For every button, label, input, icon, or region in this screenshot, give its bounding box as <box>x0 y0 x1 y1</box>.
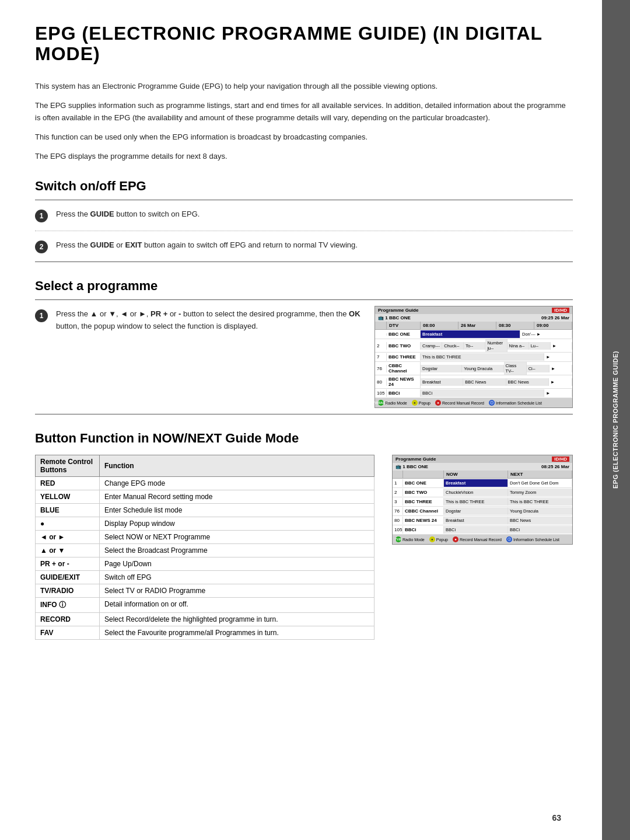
select-programme-title: Select a programme <box>35 278 573 294</box>
epg-row-bbcnews24: 80 BBC NEWS 24 Breakfast BBC News BBC Ne… <box>375 375 572 389</box>
red-btn-icon: ● <box>435 400 441 406</box>
table-cell-button: ● <box>36 517 100 531</box>
epg-prog-bbctwo-6: Lu-- <box>529 342 551 350</box>
function-table-wrapper: Remote Control Buttons Function REDChang… <box>35 455 374 640</box>
epg-hdr-num <box>375 322 387 329</box>
epg-hdr-t2: 26 Mar <box>459 322 496 329</box>
epg2-yellow-btn: ● <box>429 536 435 542</box>
epg-prog-cbbc-1: Dogstar <box>421 365 462 372</box>
switch-epg-step1-text: Press the GUIDE button to switch on EPG. <box>56 208 200 221</box>
epg2-name-bbctwo: BBC TWO <box>403 489 444 496</box>
table-row: REDChange EPG mode <box>36 477 374 490</box>
epg-hdr-t1: 08:00 <box>421 322 459 329</box>
epg-name-bbctwo: BBC TWO <box>387 342 421 350</box>
epg-btn-popup-label: Popup <box>419 401 430 405</box>
epg-prog-news-3: BBC News <box>506 378 549 386</box>
epg2-btn-tvradio-label: Radio Mode <box>402 538 425 542</box>
btn-function-section: Remote Control Buttons Function REDChang… <box>35 455 573 640</box>
epg-btn-info-label: Information Schedule List <box>496 401 542 405</box>
epg2-row-bbcthree: 3 BBC THREE This is BBC THREE This is BB… <box>393 497 572 507</box>
epg2-name-bbcthree: BBC THREE <box>403 498 444 506</box>
epg2-next-cbbc: Young Dracula <box>508 507 572 515</box>
table-cell-button: YELLOW <box>36 490 100 504</box>
table-cell-button: INFO ⓘ <box>36 598 100 613</box>
epg2-row-cbbc: 76 CBBC Channel Dogstar Young Dracula <box>393 507 572 516</box>
table-cell-button: RECORD <box>36 613 100 626</box>
epg2-hdr-ch <box>403 470 444 478</box>
table-cell-button: PR + or - <box>36 557 100 571</box>
epg2-btn-info: ⓘ Information Schedule List <box>506 536 559 542</box>
epg2-red-btn: ● <box>453 536 459 542</box>
epg-logo1: ID/HD <box>552 308 569 313</box>
page-container: EPG (ELECTRONIC PROGRAMME GUIDE) (IN DIG… <box>0 0 630 840</box>
epg2-row-bbcnews: 80 BBC NEWS 24 Breakfast BBC News <box>393 516 572 525</box>
epg2-next-bbci: BBCi <box>508 526 572 534</box>
epg-row-bbctwo: 2 BBC TWO Cramp--- Chuck-- To-- Number j… <box>375 339 572 353</box>
epg-prog-bbci-1: BBCi <box>421 389 544 397</box>
epg2-channel-bar: 📺 1 BBC ONE 08:25 26 Mar <box>393 463 572 470</box>
table-row: TV/RADIOSelect TV or RADIO Programme <box>36 584 374 598</box>
step1-badge: 1 <box>35 210 48 222</box>
epg-num-bbci: 105 <box>375 389 387 397</box>
epg-prog-guide-label: Programme Guide <box>378 308 418 313</box>
epg2-num-cbbc: 76 <box>393 507 403 515</box>
epg2-name-bbcnews: BBC NEWS 24 <box>403 517 444 524</box>
select-step1-badge: 1 <box>35 309 48 322</box>
epg-btn-record: ● Record Manual Record <box>435 400 484 406</box>
epg-num-bbcone <box>375 333 387 336</box>
table-row: FAVSelect the Favourite programme/all Pr… <box>36 626 374 640</box>
epg-bottom-bar1: TV/RADIO Radio Mode ● Popup ● Record Man… <box>375 398 572 407</box>
epg2-hdr-next: NEXT <box>508 470 572 478</box>
intro-para4: The EPG displays the programme details f… <box>35 151 573 163</box>
epg-btn-tvradio: TV/RADIO Radio Mode <box>378 400 407 406</box>
switch-epg-step2-row: 2 Press the GUIDE or EXIT button again t… <box>35 231 573 262</box>
switch-epg-title: Switch on/off EPG <box>35 179 573 194</box>
epg-screen2: Programme Guide ID/HD 📺 1 BBC ONE 08:25 … <box>392 455 573 545</box>
epg-hdr-t3: 08:30 <box>496 322 534 329</box>
table-cell-button: TV/RADIO <box>36 584 100 598</box>
epg2-bottom-bar: TV/R Radio Mode ● Popup ● Record Manual … <box>393 535 572 544</box>
epg-hdr-dtv: DTV <box>387 322 421 329</box>
epg-screen2-wrapper: Programme Guide ID/HD 📺 1 BBC ONE 08:25 … <box>392 455 573 640</box>
epg-hdr-t4: 09:00 <box>534 322 572 329</box>
epg2-name-bbcone: BBC ONE <box>403 479 444 487</box>
table-cell-function: Enter Manual Record setting mode <box>100 490 374 504</box>
epg2-now-bbci: BBCi <box>444 526 508 534</box>
table-cell-button: GUIDE/EXIT <box>36 571 100 584</box>
epg-prog-bbcone-breakfast: Breakfast <box>421 330 520 338</box>
epg-prog-bbctwo-1: Cramp--- <box>421 342 442 350</box>
epg2-num-bbci: 105 <box>393 526 403 534</box>
epg-prog-bbctwo-4: Number ju-- <box>485 339 507 352</box>
page-title: EPG (ELECTRONIC PROGRAMME GUIDE) (IN DIG… <box>35 23 573 64</box>
epg2-now-bbcnews: Breakfast <box>444 517 508 524</box>
epg-prog-bbctwo-5: Nina a-- <box>508 342 529 350</box>
epg-prog-cbbc-arrow: ► <box>550 365 572 372</box>
table-cell-function: Select the Favourite programme/all Progr… <box>100 626 374 640</box>
table-row: GUIDE/EXITSwitch off EPG <box>36 571 374 584</box>
epg2-btn-popup: ● Popup <box>429 536 448 542</box>
table-cell-button: ▲ or ▼ <box>36 544 100 557</box>
epg2-ch-icon: 📺 1 BBC ONE <box>396 464 428 469</box>
table-cell-function: Switch off EPG <box>100 571 374 584</box>
epg-prog-bbctwo-3: To-- <box>464 342 485 350</box>
epg-prog-news-arrow: ► <box>549 378 572 386</box>
epg2-now-bbctwo: ChuckleVision <box>444 489 508 496</box>
table-row: YELLOWEnter Manual Record setting mode <box>36 490 374 504</box>
epg2-num-bbcthree: 3 <box>393 498 403 506</box>
epg-num-cbbc: 76 <box>375 365 387 372</box>
epg-prog-cbbc-2: Young Dracula <box>462 365 503 372</box>
epg-name-cbbc: CBBC Channel <box>387 362 421 375</box>
epg2-btn-record-label: Record Manual Record <box>460 538 502 542</box>
epg2-row-bbci: 105 BBCi BBCi BBCi <box>393 525 572 535</box>
table-cell-button: ◄ or ► <box>36 531 100 544</box>
epg2-num-bbcone: 1 <box>393 479 403 487</box>
epg2-hdr-now: NOW <box>444 470 508 478</box>
table-row: BLUEEnter Schedule list mode <box>36 504 374 517</box>
epg-num-bbctwo: 2 <box>375 342 387 350</box>
table-cell-button: BLUE <box>36 504 100 517</box>
epg-prog-bbcthree-arrow: ► <box>544 353 572 361</box>
table-cell-function: Change EPG mode <box>100 477 374 490</box>
epg-num-bbcnews: 80 <box>375 378 387 386</box>
green-btn-icon: TV/RADIO <box>378 400 384 406</box>
table-row: ◄ or ►Select NOW or NEXT Programme <box>36 531 374 544</box>
